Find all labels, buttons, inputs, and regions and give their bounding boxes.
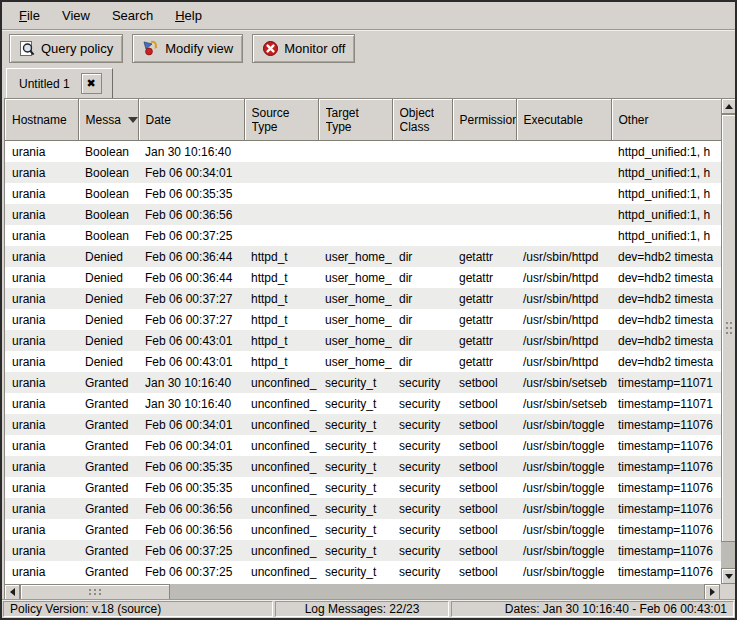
- table-cell: dev=hdb2 timesta: [611, 351, 721, 372]
- table-row[interactable]: uraniaDeniedFeb 06 00:36:44httpd_tuser_h…: [5, 267, 721, 288]
- tab-untitled-1[interactable]: Untitled 1 ✖: [6, 68, 113, 98]
- scroll-right-button[interactable]: [704, 584, 720, 600]
- modify-view-button[interactable]: Modify view: [132, 34, 243, 63]
- scroll-down-button[interactable]: [721, 568, 737, 584]
- menu-item-file[interactable]: File: [8, 4, 51, 27]
- tab-strip: Untitled 1 ✖: [2, 66, 735, 98]
- grip-icon: [726, 322, 732, 334]
- table-cell: unconfined_: [244, 393, 318, 414]
- modify-view-icon: [142, 39, 160, 57]
- table-row[interactable]: uraniaGrantedFeb 06 00:36:56unconfined_s…: [5, 498, 721, 519]
- table-cell: Feb 06 00:37:27: [138, 288, 244, 309]
- menu-item-search[interactable]: Search: [101, 4, 164, 27]
- column-header-executable[interactable]: Executable: [516, 99, 611, 141]
- table-row[interactable]: uraniaGrantedFeb 06 00:37:25unconfined_s…: [5, 561, 721, 582]
- table-row[interactable]: uraniaDeniedFeb 06 00:37:27httpd_tuser_h…: [5, 309, 721, 330]
- table-cell: urania: [5, 498, 78, 519]
- table-row[interactable]: uraniaGrantedFeb 06 00:37:25unconfined_s…: [5, 540, 721, 561]
- table-cell: Feb 06 00:36:56: [138, 519, 244, 540]
- table-cell: user_home_: [318, 330, 392, 351]
- table-cell: unconfined_: [244, 540, 318, 561]
- column-header-messa[interactable]: Messa: [78, 99, 138, 141]
- table-cell: timestamp=11071: [611, 393, 721, 414]
- table-cell: Feb 06 00:36:44: [138, 246, 244, 267]
- monitor-off-button[interactable]: Monitor off: [252, 34, 355, 63]
- table-row[interactable]: uraniaBooleanFeb 06 00:35:35httpd_unifie…: [5, 183, 721, 204]
- table-cell: httpd_t: [244, 351, 318, 372]
- table-row[interactable]: uraniaBooleanFeb 06 00:36:56httpd_unifie…: [5, 204, 721, 225]
- vertical-scrollbar[interactable]: [721, 98, 737, 584]
- log-messages-panel: Log Messages: 22/23: [275, 601, 449, 617]
- table-cell: setbool: [452, 372, 516, 393]
- log-table-body: uraniaBooleanJan 30 10:16:40httpd_unifie…: [5, 141, 721, 583]
- table-row[interactable]: uraniaBooleanFeb 06 00:34:01httpd_unifie…: [5, 162, 721, 183]
- table-cell: Boolean: [78, 162, 138, 183]
- table-cell: security_t: [318, 372, 392, 393]
- table-row[interactable]: uraniaDeniedFeb 06 00:43:01httpd_tuser_h…: [5, 330, 721, 351]
- table-cell: urania: [5, 330, 78, 351]
- column-header-permission[interactable]: Permission: [452, 99, 516, 141]
- column-header-source-type[interactable]: Source Type: [244, 99, 318, 141]
- column-header-target-type[interactable]: Target Type: [318, 99, 392, 141]
- menu-item-help[interactable]: Help: [164, 4, 213, 27]
- table-row[interactable]: uraniaGrantedJan 30 10:16:40unconfined_s…: [5, 372, 721, 393]
- table-cell: security_t: [318, 393, 392, 414]
- table-cell: [244, 183, 318, 204]
- horizontal-scrollbar[interactable]: [4, 584, 720, 600]
- table-cell: [392, 183, 452, 204]
- query-policy-button[interactable]: Query policy: [9, 34, 123, 63]
- table-cell: [318, 183, 392, 204]
- sort-desc-icon: [128, 117, 138, 123]
- menu-item-view[interactable]: View: [51, 4, 101, 27]
- table-cell: urania: [5, 540, 78, 561]
- column-header-label: Object Class: [400, 106, 435, 134]
- table-cell: user_home_: [318, 246, 392, 267]
- table-cell: httpd_unified:1, h: [611, 183, 721, 204]
- column-header-date[interactable]: Date: [138, 99, 244, 141]
- table-cell: unconfined_: [244, 435, 318, 456]
- table-cell: [516, 141, 611, 163]
- table-cell: Feb 06 00:43:01: [138, 330, 244, 351]
- log-messages-text: Log Messages: 22/23: [305, 602, 420, 616]
- toolbar: Query policy Modify view Monitor off: [2, 30, 735, 66]
- policy-version-panel: Policy Version: v.18 (source): [3, 601, 273, 617]
- table-row[interactable]: uraniaBooleanJan 30 10:16:40httpd_unifie…: [5, 141, 721, 163]
- horizontal-scroll-thumb[interactable]: [20, 584, 170, 600]
- column-header-label: Hostname: [12, 113, 67, 127]
- table-cell: security: [392, 414, 452, 435]
- table-row[interactable]: uraniaGrantedFeb 06 00:34:01unconfined_s…: [5, 414, 721, 435]
- table-row[interactable]: uraniaBooleanFeb 06 00:37:25httpd_unifie…: [5, 225, 721, 246]
- column-header-hostname[interactable]: Hostname: [5, 99, 78, 141]
- header-row: HostnameMessaDateSource TypeTarget TypeO…: [5, 99, 721, 141]
- table-cell: dev=hdb2 timesta: [611, 330, 721, 351]
- scroll-left-button[interactable]: [4, 584, 20, 600]
- table-row[interactable]: uraniaGrantedFeb 06 00:35:35unconfined_s…: [5, 477, 721, 498]
- table-row[interactable]: uraniaDeniedFeb 06 00:37:27httpd_tuser_h…: [5, 288, 721, 309]
- table-cell: Denied: [78, 351, 138, 372]
- scroll-up-button[interactable]: [721, 98, 737, 114]
- column-header-other[interactable]: Other: [611, 99, 721, 141]
- table-cell: unconfined_: [244, 498, 318, 519]
- table-row[interactable]: uraniaGrantedJan 30 10:16:40unconfined_s…: [5, 393, 721, 414]
- table-row[interactable]: uraniaGrantedFeb 06 00:36:56unconfined_s…: [5, 519, 721, 540]
- table-row[interactable]: uraniaDeniedFeb 06 00:36:44httpd_tuser_h…: [5, 246, 721, 267]
- table-cell: setbool: [452, 477, 516, 498]
- table-row[interactable]: uraniaDeniedFeb 06 00:43:01httpd_tuser_h…: [5, 351, 721, 372]
- table-row[interactable]: uraniaGrantedFeb 06 00:35:35unconfined_s…: [5, 456, 721, 477]
- table-cell: unconfined_: [244, 561, 318, 582]
- tab-close-button[interactable]: ✖: [81, 73, 102, 94]
- table-cell: urania: [5, 288, 78, 309]
- table-cell: urania: [5, 267, 78, 288]
- grip-icon: [89, 589, 101, 595]
- column-header-object-class[interactable]: Object Class: [392, 99, 452, 141]
- table-cell: dir: [392, 330, 452, 351]
- table-row[interactable]: uraniaGrantedFeb 06 00:34:01unconfined_s…: [5, 435, 721, 456]
- table-cell: /usr/sbin/toggle: [516, 498, 611, 519]
- table-cell: /usr/sbin/toggle: [516, 477, 611, 498]
- vertical-scroll-thumb[interactable]: [721, 114, 737, 542]
- log-table-frame: HostnameMessaDateSource TypeTarget TypeO…: [4, 98, 721, 584]
- arrow-right-icon: [710, 588, 715, 596]
- table-cell: Granted: [78, 477, 138, 498]
- table-cell: urania: [5, 372, 78, 393]
- table-cell: urania: [5, 225, 78, 246]
